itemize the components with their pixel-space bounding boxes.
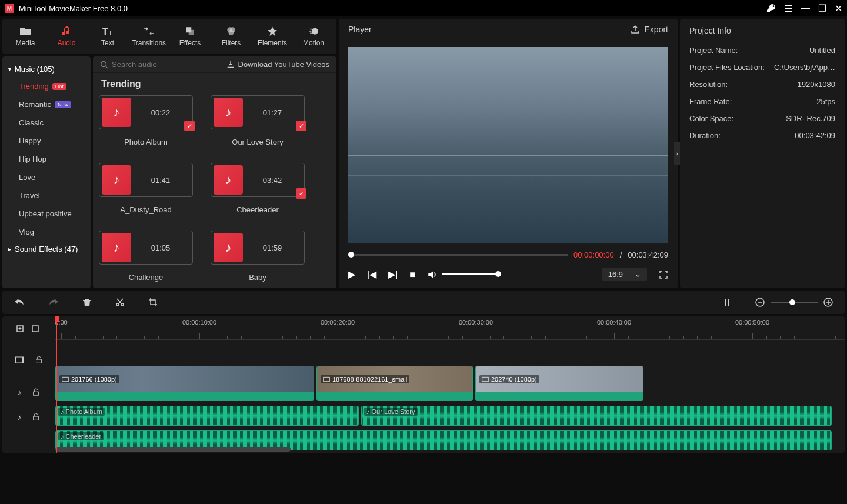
audio-card[interactable]: ♪01:05Challenge	[99, 231, 193, 282]
sidebar-item-classic[interactable]: Classic	[2, 114, 91, 132]
aspect-ratio-select[interactable]: 16:9 ⌄	[602, 268, 647, 281]
video-preview[interactable]	[348, 47, 668, 243]
lock-icon[interactable]	[32, 413, 40, 421]
sidebar-item-trending[interactable]: TrendingHot	[2, 77, 91, 95]
video-track-icon[interactable]	[15, 355, 24, 365]
tab-motion[interactable]: Motion	[293, 24, 334, 49]
audio-title: Our Love Story	[232, 138, 283, 146]
sidebar-item-love[interactable]: Love	[2, 168, 91, 186]
audio-card[interactable]: ♪00:22✓Photo Album	[99, 95, 193, 146]
audio-card-thumb[interactable]: ♪00:22✓	[99, 95, 193, 129]
info-label: Project Files Location:	[689, 63, 774, 72]
menu-icon[interactable]: ☰	[784, 3, 792, 14]
svg-rect-29	[482, 377, 489, 382]
sidebar-item-vlog[interactable]: Vlog	[2, 223, 91, 241]
sidebar-item-hip-hop[interactable]: Hip Hop	[2, 150, 91, 168]
music-note-icon[interactable]: ♪	[18, 413, 22, 422]
undo-button[interactable]	[14, 297, 25, 308]
sidebar-item-travel[interactable]: Travel	[2, 186, 91, 205]
prev-frame-button[interactable]: |◀	[367, 269, 376, 280]
play-button[interactable]: ▶	[348, 269, 355, 280]
cut-button[interactable]	[115, 298, 125, 307]
collapse-info-button[interactable]: ›	[674, 142, 680, 165]
sidebar-item-upbeat-positive[interactable]: Upbeat positive	[2, 205, 91, 223]
effect-icon	[185, 26, 195, 36]
search-input[interactable]	[112, 60, 200, 69]
tab-audio[interactable]: Audio	[46, 24, 87, 49]
maximize-icon[interactable]: ❐	[818, 3, 826, 14]
group-music[interactable]: ▾ Music (105)	[2, 61, 91, 77]
snap-button[interactable]	[722, 298, 732, 307]
audio-track-1[interactable]: ♪ Photo Album♪ Our Love Story	[55, 403, 845, 428]
timeline-scrollbar[interactable]	[55, 447, 291, 452]
timeline-tracks[interactable]: 0:0000:00:10:0000:00:20:0000:00:30:0000:…	[55, 316, 845, 453]
audio-card[interactable]: ♪03:42✓Cheerleader	[211, 163, 305, 214]
grid-title: Trending	[93, 73, 336, 95]
redo-button[interactable]	[48, 297, 59, 308]
video-clip[interactable]: 187688-881022161_small	[316, 366, 473, 401]
tab-media[interactable]: Media	[5, 24, 46, 49]
video-clip[interactable]: 201766 (1080p)	[55, 366, 314, 401]
audio-card-thumb[interactable]: ♪01:41	[99, 163, 193, 197]
svg-rect-26	[34, 416, 39, 420]
lock-icon[interactable]	[32, 388, 40, 396]
timeline-ruler[interactable]: 0:0000:00:10:0000:00:20:0000:00:30:0000:…	[55, 316, 845, 340]
music-note-icon[interactable]: ♪	[18, 388, 22, 397]
audio-card[interactable]: ♪01:41A_Dusty_Road	[99, 163, 193, 214]
license-key-icon[interactable]	[766, 4, 776, 13]
info-row: Frame Rate:25fps	[689, 97, 835, 106]
zoom-out-button[interactable]	[755, 298, 765, 307]
add-track-button[interactable]: +	[16, 323, 26, 333]
search-box[interactable]	[100, 60, 226, 69]
delete-button[interactable]	[82, 298, 92, 307]
video-clip[interactable]: 202740 (1080p)	[475, 366, 643, 401]
zoom-in-button[interactable]	[823, 298, 833, 307]
tab-transitions[interactable]: Transitions	[128, 24, 169, 49]
download-youtube-link[interactable]: Download YouTube Videos	[226, 60, 329, 69]
seek-bar[interactable]	[348, 254, 568, 256]
audio-duration: 01:05	[131, 243, 190, 252]
sidebar-item-label: Classic	[19, 118, 44, 127]
video-track[interactable]: 201766 (1080p)187688-881022161_small2027…	[55, 363, 845, 403]
volume-handle[interactable]	[495, 271, 501, 277]
group-sfx[interactable]: ▸ Sound Effects (47)	[2, 241, 91, 257]
tab-label: Transitions	[132, 39, 166, 47]
remove-track-button[interactable]: -	[32, 323, 41, 333]
sidebar-item-label: Romantic	[19, 100, 51, 109]
tab-text[interactable]: TTText	[87, 24, 128, 49]
playhead[interactable]	[56, 316, 57, 453]
audio-card-thumb[interactable]: ♪03:42✓	[211, 163, 305, 197]
crop-button[interactable]	[148, 298, 158, 307]
audio-clip[interactable]: ♪ Our Love Story	[361, 406, 832, 426]
tab-filters[interactable]: Filters	[211, 24, 252, 49]
tab-elements[interactable]: Elements	[252, 24, 293, 49]
tab-effects[interactable]: Effects	[169, 24, 211, 49]
audio-title: Challenge	[129, 273, 164, 282]
seek-handle[interactable]	[348, 252, 354, 258]
volume-icon[interactable]	[427, 269, 438, 280]
minimize-icon[interactable]: —	[801, 3, 810, 14]
sidebar-item-romantic[interactable]: RomanticNew	[2, 95, 91, 114]
audio-card[interactable]: ♪01:27✓Our Love Story	[211, 95, 305, 146]
fullscreen-button[interactable]	[659, 270, 668, 279]
info-label: Color Space:	[689, 114, 786, 123]
svg-rect-27	[62, 377, 69, 382]
next-frame-button[interactable]: ▶|	[388, 269, 398, 280]
export-button[interactable]: Export	[631, 25, 668, 34]
zoom-handle[interactable]	[789, 299, 795, 305]
zoom-slider[interactable]	[771, 302, 818, 303]
timeline-toolbar	[2, 291, 845, 314]
audio-clip[interactable]: ♪ Photo Album	[55, 406, 359, 426]
volume-slider[interactable]	[442, 273, 501, 275]
sidebar-item-happy[interactable]: Happy	[2, 132, 91, 150]
audio-card-thumb[interactable]: ♪01:05	[99, 231, 193, 265]
audio-card[interactable]: ♪01:59Baby	[211, 231, 305, 282]
close-icon[interactable]: ✕	[835, 3, 842, 14]
audio-card-thumb[interactable]: ♪01:59	[211, 231, 305, 265]
lock-icon[interactable]	[35, 356, 43, 364]
music-note-icon: ♪	[214, 165, 243, 195]
stop-button[interactable]: ■	[409, 269, 415, 280]
info-label: Duration:	[689, 131, 795, 140]
search-icon	[100, 61, 108, 69]
audio-card-thumb[interactable]: ♪01:27✓	[211, 95, 305, 129]
